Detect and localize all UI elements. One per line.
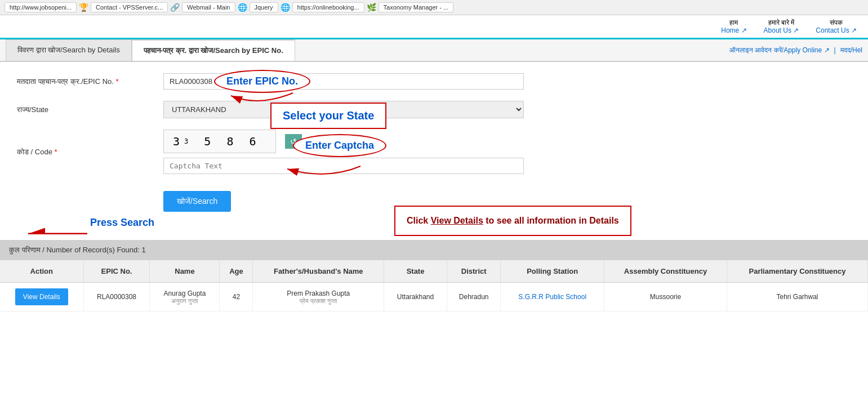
tab-taxonomy[interactable]: Taxonomy Manager - ... — [379, 2, 454, 12]
state-select[interactable]: UTTARAKHAND ANDHRA PRADESH DELHI UTTAR P… — [163, 101, 524, 118]
col-header-name: Name — [150, 260, 220, 283]
cell-epic-no: RLA0000308 — [83, 283, 150, 311]
col-header-age: Age — [220, 260, 253, 283]
results-table: Action EPIC No. Name Age Father's/Husban… — [0, 260, 868, 311]
cell-state: Uttarakhand — [384, 283, 447, 311]
apply-online-link[interactable]: ऑनलाइन आवेदन करें/Apply Online ↗ — [729, 46, 829, 54]
cell-name: Anurag Gupta अनुराग गुप्ता — [150, 283, 220, 311]
captcha-input[interactable] — [163, 158, 524, 174]
tab-search-by-epic[interactable]: पहचान-पत्र क्र. द्वारा खोज/Search by EPI… — [132, 39, 295, 61]
state-form-row: राज्य/State UTTARAKHAND ANDHRA PRADESH D… — [17, 101, 851, 118]
cell-assembly: Mussoorie — [604, 283, 727, 311]
col-header-epic: EPIC No. — [83, 260, 150, 283]
table-row: View Details RLA0000308 Anurag Gupta अनु… — [0, 283, 868, 311]
browser-tab-bar: http://www.jobsopeni... 🏆 Contact - VPSS… — [0, 0, 868, 15]
state-label: राज्य/State — [17, 105, 163, 114]
nav-about[interactable]: हमारे बारे में About Us ↗ — [764, 19, 799, 34]
code-label: कोड / Code * — [17, 148, 163, 157]
captcha-refresh-button[interactable]: ↺ — [285, 134, 302, 149]
search-button-row: खोजें/Search — [17, 185, 851, 212]
cell-parliamentary: Tehri Garhwal — [727, 283, 868, 311]
epic-form-row: मतदाता पहचान-पत्र क्र./EPIC No. * — [17, 73, 851, 90]
epic-input[interactable] — [163, 73, 524, 90]
tab-strip: विवरण द्वारा खोज/Search by Details पहचान… — [0, 39, 868, 62]
nav-home[interactable]: हाम Home ↗ — [721, 19, 746, 34]
results-bar: कुल परिणाम / Number of Record(s) Found: … — [0, 240, 868, 260]
col-header-state: State — [384, 260, 447, 283]
tab-onlinebooking[interactable]: https://onlinebooking... — [292, 2, 364, 12]
tab-jquery[interactable]: Jquery — [250, 2, 278, 12]
col-header-father: Father's/Husband's Name — [253, 260, 384, 283]
cell-father: Prem Prakash Gupta प्रेम प्रकाश गुप्ता — [253, 283, 384, 311]
captcha-image: 33 5 8 6 — [163, 130, 276, 153]
nav-header: हाम Home ↗ हमारे बारे में About Us ↗ संप… — [0, 15, 868, 39]
col-header-action: Action — [0, 260, 83, 283]
tab-jobsopeni[interactable]: http://www.jobsopeni... — [5, 2, 77, 12]
search-button[interactable]: खोजें/Search — [163, 191, 231, 212]
search-form: मतदाता पहचान-पत्र क्र./EPIC No. * राज्य/… — [0, 62, 868, 234]
cell-action: View Details — [0, 283, 83, 311]
tab-webmail[interactable]: Webmail - Main — [182, 2, 235, 12]
code-form-row: कोड / Code * 33 5 8 6 ↺ — [17, 130, 851, 174]
tab-search-by-details[interactable]: विवरण द्वारा खोज/Search by Details — [6, 39, 132, 61]
cell-polling-station: S.G.R.R Public School — [501, 283, 604, 311]
col-header-district: District — [447, 260, 500, 283]
help-link[interactable]: मदद/Hel — [840, 46, 862, 54]
cell-age: 42 — [220, 283, 253, 311]
view-details-annotation-link: View Details — [431, 216, 483, 225]
table-header-row: Action EPIC No. Name Age Father's/Husban… — [0, 260, 868, 283]
tab-vpsserver[interactable]: Contact - VPSServer.c... — [91, 2, 168, 12]
view-details-button[interactable]: View Details — [15, 288, 68, 305]
col-header-polling: Polling Station — [501, 260, 604, 283]
tab-actions: ऑनलाइन आवेदन करें/Apply Online ↗ | मदद/H… — [729, 46, 862, 54]
col-header-assembly: Assembly Constituency — [604, 260, 727, 283]
annotation-press-search: Press Search — [90, 217, 154, 229]
epic-label: मतदाता पहचान-पत्र क्र./EPIC No. * — [17, 77, 163, 86]
cell-district: Dehradun — [447, 283, 500, 311]
col-header-parliamentary: Parliamentary Constituency — [727, 260, 868, 283]
nav-contact[interactable]: संपक Contact Us ↗ — [816, 19, 857, 34]
